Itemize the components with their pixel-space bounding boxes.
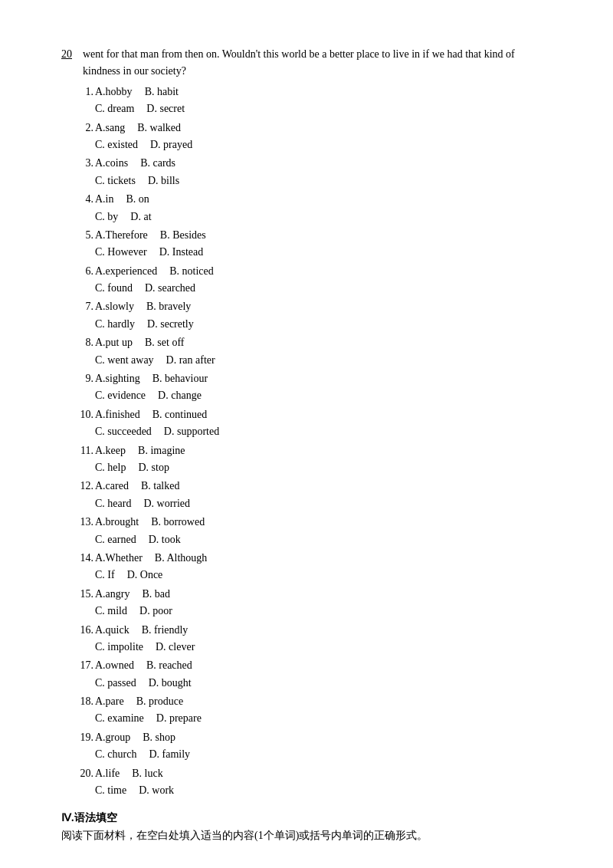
choice: A.group bbox=[95, 729, 130, 746]
item-number: 12. bbox=[77, 478, 93, 495]
choice: C. existed bbox=[95, 136, 138, 153]
choice: D. bills bbox=[148, 173, 179, 189]
item-number: 3. bbox=[77, 155, 93, 172]
question-item: 8.A.put upB. set offC. went awayD. ran a… bbox=[61, 334, 552, 369]
questions-list: 1.A.hobbyB. habitC. dreamD. secret2.A.sa… bbox=[61, 84, 552, 800]
choice: C. evidence bbox=[95, 387, 146, 404]
choice: B. continued bbox=[152, 406, 208, 423]
item-number: 13. bbox=[77, 514, 93, 531]
item-number: 16. bbox=[77, 622, 93, 639]
choice: A.keep bbox=[95, 442, 126, 459]
choice: A.finished bbox=[95, 406, 140, 423]
choice: C. examine bbox=[95, 710, 144, 727]
choice: D. stop bbox=[138, 459, 169, 476]
choices-row1: A.broughtB. borrowed bbox=[95, 514, 205, 531]
question-row1: 19.A.groupB. shop bbox=[77, 729, 552, 746]
choice: A.owned bbox=[95, 657, 134, 674]
question-row2: C. ticketsD. bills bbox=[77, 173, 552, 189]
choice: B. Although bbox=[155, 550, 207, 567]
choice: B. luck bbox=[132, 765, 162, 782]
choice: C. succeeded bbox=[95, 423, 152, 440]
choice: D. change bbox=[158, 387, 202, 404]
choice: B. set off bbox=[145, 334, 184, 351]
choices-row2: C. timeD. work bbox=[95, 782, 174, 799]
question-row2: C. helpD. stop bbox=[77, 459, 552, 476]
choice: C. went away bbox=[95, 352, 154, 369]
choice: B. friendly bbox=[142, 622, 188, 639]
question-row2: C. churchD. family bbox=[77, 746, 552, 763]
question-row2: C. hardlyD. secretly bbox=[77, 316, 552, 333]
choices-row2: C. helpD. stop bbox=[95, 459, 169, 476]
question-item: 5.A.ThereforeB. BesidesC. HoweverD. Inst… bbox=[61, 227, 552, 261]
question-row2: C. timeD. work bbox=[77, 782, 552, 799]
choice: B. talked bbox=[141, 478, 180, 495]
choice: C. hardly bbox=[95, 316, 135, 333]
choice: D. poor bbox=[139, 603, 172, 620]
question-row1: 2.A.sangB. walked bbox=[77, 120, 552, 136]
item-number: 20. bbox=[77, 765, 93, 782]
choices-row2: C. IfD. Once bbox=[95, 567, 162, 584]
question-row1: 1.A.hobbyB. habit bbox=[77, 84, 552, 100]
question-row1: 13.A.broughtB. borrowed bbox=[77, 514, 552, 531]
choice: B. walked bbox=[137, 120, 181, 136]
choice: D. took bbox=[149, 531, 181, 548]
item-number: 6. bbox=[77, 263, 93, 280]
item-number: 15. bbox=[77, 586, 93, 603]
question-row2: C. byD. at bbox=[77, 209, 552, 225]
choice: D. family bbox=[149, 746, 190, 763]
choice: D. Once bbox=[127, 567, 163, 584]
question-item: 12.A.caredB. talkedC. heardD. worried bbox=[61, 478, 552, 512]
question-row1: 16.A.quickB. friendly bbox=[77, 622, 552, 639]
choices-row2: C. churchD. family bbox=[95, 746, 190, 763]
choice: D. work bbox=[139, 782, 174, 799]
question-row1: 20.A.lifeB. luck bbox=[77, 765, 552, 782]
question-item: 14.A.WhetherB. AlthoughC. IfD. Once bbox=[61, 550, 552, 584]
question-item: 16.A.quickB. friendlyC. impoliteD. cleve… bbox=[61, 622, 552, 656]
choices-row1: A.inB. on bbox=[95, 191, 149, 208]
choices-row1: A.experiencedB. noticed bbox=[95, 263, 214, 280]
choices-row1: A.slowlyB. bravely bbox=[95, 298, 191, 315]
choice: C. tickets bbox=[95, 173, 136, 189]
choice: C. church bbox=[95, 746, 136, 763]
choice: B. noticed bbox=[169, 263, 214, 280]
choice: D. supported bbox=[164, 423, 219, 440]
question-row2: C. HoweverD. Instead bbox=[77, 244, 552, 261]
choices-row2: C. byD. at bbox=[95, 209, 152, 225]
question-row1: 14.A.WhetherB. Although bbox=[77, 550, 552, 567]
choice: B. bravely bbox=[146, 298, 191, 315]
question-row2: C. foundD. searched bbox=[77, 280, 552, 297]
question-item: 13.A.broughtB. borrowedC. earnedD. took bbox=[61, 514, 552, 548]
choices-row1: A.WhetherB. Although bbox=[95, 550, 207, 567]
item-number: 9. bbox=[77, 370, 93, 387]
choice: D. ran after bbox=[166, 352, 215, 369]
item-number: 18. bbox=[77, 693, 93, 710]
choices-row2: C. mildD. poor bbox=[95, 603, 172, 620]
question-row1: 6.A.experiencedB. noticed bbox=[77, 263, 552, 280]
choice: C. found bbox=[95, 280, 133, 297]
item-number: 7. bbox=[77, 298, 93, 315]
choice: D. at bbox=[130, 209, 151, 225]
choice: A.Therefore bbox=[95, 227, 148, 244]
choice: C. mild bbox=[95, 603, 127, 620]
question-row2: C. IfD. Once bbox=[77, 567, 552, 584]
choice: A.put up bbox=[95, 334, 133, 351]
choices-row1: A.quickB. friendly bbox=[95, 622, 188, 639]
choice: B. behaviour bbox=[152, 370, 208, 387]
question-item: 20.A.lifeB. luckC. timeD. work bbox=[61, 765, 552, 800]
choice: C. heard bbox=[95, 495, 131, 512]
choice: C. impolite bbox=[95, 639, 143, 656]
choice: A.quick bbox=[95, 622, 129, 639]
question-row1: 5.A.ThereforeB. Besides bbox=[77, 227, 552, 244]
choice: C. earned bbox=[95, 531, 136, 548]
choice: B. produce bbox=[136, 693, 183, 710]
question-row2: C. existedD. prayed bbox=[77, 136, 552, 153]
question-row1: 11.A.keepB. imagine bbox=[77, 442, 552, 459]
choices-row2: C. heardD. worried bbox=[95, 495, 190, 512]
choices-row1: A.keepB. imagine bbox=[95, 442, 185, 459]
choice: B. reached bbox=[146, 657, 192, 674]
choice: B. cards bbox=[140, 155, 175, 172]
question-item: 11.A.keepB. imagineC. helpD. stop bbox=[61, 442, 552, 477]
choices-row1: A.lifeB. luck bbox=[95, 765, 163, 782]
question-item: 18.A.pareB. produceC. examineD. prepare bbox=[61, 693, 552, 728]
question-row1: 18.A.pareB. produce bbox=[77, 693, 552, 710]
